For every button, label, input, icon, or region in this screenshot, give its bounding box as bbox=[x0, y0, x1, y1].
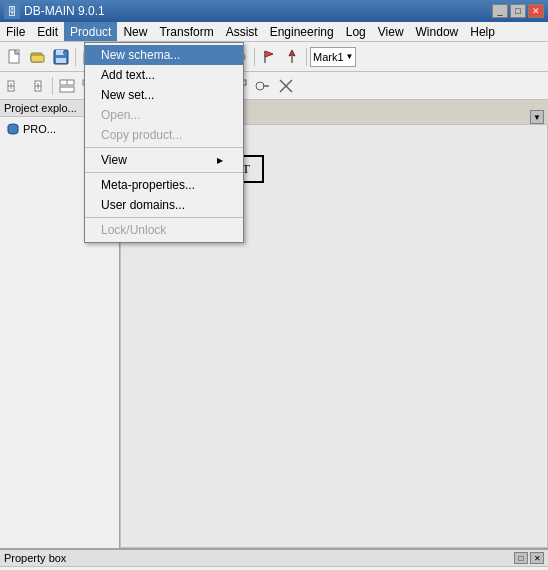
menu-window[interactable]: Window bbox=[410, 22, 465, 41]
menu-log[interactable]: Log bbox=[340, 22, 372, 41]
minimize-button[interactable]: _ bbox=[492, 4, 508, 18]
tab-dropdown-btn[interactable]: ▼ bbox=[530, 110, 544, 124]
menu-new[interactable]: New bbox=[117, 22, 153, 41]
toolbar2-extra3[interactable] bbox=[252, 75, 274, 97]
dropdown-add-text[interactable]: Add text... bbox=[85, 65, 243, 85]
database-icon bbox=[6, 122, 20, 136]
menu-product[interactable]: Product bbox=[64, 22, 117, 41]
toolbar-btn-open[interactable] bbox=[27, 46, 49, 68]
svg-rect-7 bbox=[56, 58, 66, 63]
dropdown-new-schema[interactable]: New schema... bbox=[85, 45, 243, 65]
menu-help[interactable]: Help bbox=[464, 22, 501, 41]
menu-edit[interactable]: Edit bbox=[31, 22, 64, 41]
dropdown-view[interactable]: View bbox=[85, 150, 243, 170]
tree-item-label: PRO... bbox=[23, 123, 56, 135]
menu-transform[interactable]: Transform bbox=[153, 22, 219, 41]
main-area: Project explo... PRO... PROJECT ✕ ▼ PROJ… bbox=[0, 100, 548, 548]
toolbar-btn-flag[interactable] bbox=[258, 46, 280, 68]
menu-bar: File Edit Product New Transform Assist E… bbox=[0, 22, 548, 42]
property-restore-button[interactable]: □ bbox=[514, 552, 528, 564]
svg-rect-5 bbox=[56, 50, 64, 55]
toolbar2-btn3[interactable] bbox=[56, 75, 78, 97]
menu-engineering[interactable]: Engineering bbox=[264, 22, 340, 41]
svg-point-48 bbox=[256, 82, 264, 90]
property-box-header: Property box □ ✕ bbox=[0, 550, 548, 567]
property-close-button[interactable]: ✕ bbox=[530, 552, 544, 564]
toolbar2-btn2[interactable] bbox=[27, 75, 49, 97]
property-window-controls[interactable]: □ ✕ bbox=[514, 552, 544, 564]
dropdown-lock-unlock: Lock/Unlock bbox=[85, 220, 243, 240]
app-icon: 🗄 bbox=[4, 3, 20, 19]
dropdown-open: Open... bbox=[85, 105, 243, 125]
toolbar2-btn1[interactable] bbox=[4, 75, 26, 97]
dropdown-copy-product: Copy product... bbox=[85, 125, 243, 145]
close-button[interactable]: ✕ bbox=[528, 4, 544, 18]
window-controls[interactable]: _ □ ✕ bbox=[492, 4, 544, 18]
menu-view[interactable]: View bbox=[372, 22, 410, 41]
dropdown-user-domains[interactable]: User domains... bbox=[85, 195, 243, 215]
toolbar-sep5 bbox=[306, 48, 307, 66]
maximize-button[interactable]: □ bbox=[510, 4, 526, 18]
toolbar-btn-pin[interactable] bbox=[281, 46, 303, 68]
toolbar-sep1 bbox=[75, 48, 76, 66]
dropdown-sep1 bbox=[85, 147, 243, 148]
dropdown-arrow-icon: ▼ bbox=[346, 52, 354, 61]
menu-file[interactable]: File bbox=[0, 22, 31, 41]
svg-rect-6 bbox=[63, 51, 65, 54]
dropdown-meta-properties[interactable]: Meta-properties... bbox=[85, 175, 243, 195]
property-section: Property box □ ✕ Prop bbox=[0, 548, 548, 570]
menu-assist[interactable]: Assist bbox=[220, 22, 264, 41]
toolbar-btn-new[interactable] bbox=[4, 46, 26, 68]
svg-marker-23 bbox=[265, 51, 273, 57]
toolbar-btn-save[interactable] bbox=[50, 46, 72, 68]
property-box-title: Property box bbox=[4, 552, 66, 564]
svg-rect-34 bbox=[60, 87, 74, 92]
toolbar-main: Mark1 ▼ bbox=[0, 42, 548, 72]
toolbar-secondary bbox=[0, 72, 548, 100]
toolbar-sep4 bbox=[254, 48, 255, 66]
dropdown-sep2 bbox=[85, 172, 243, 173]
dropdown-new-set[interactable]: New set... bbox=[85, 85, 243, 105]
toolbar2-sep1 bbox=[52, 77, 53, 95]
title-bar: 🗄 DB-MAIN 9.0.1 _ □ ✕ bbox=[0, 0, 548, 22]
svg-rect-3 bbox=[31, 55, 44, 62]
app-title: DB-MAIN 9.0.1 bbox=[24, 4, 105, 18]
dropdown-sep3 bbox=[85, 217, 243, 218]
product-dropdown-menu: New schema... Add text... New set... Ope… bbox=[84, 42, 244, 243]
toolbar2-extra4[interactable] bbox=[275, 75, 297, 97]
mark-dropdown[interactable]: Mark1 ▼ bbox=[310, 47, 356, 67]
